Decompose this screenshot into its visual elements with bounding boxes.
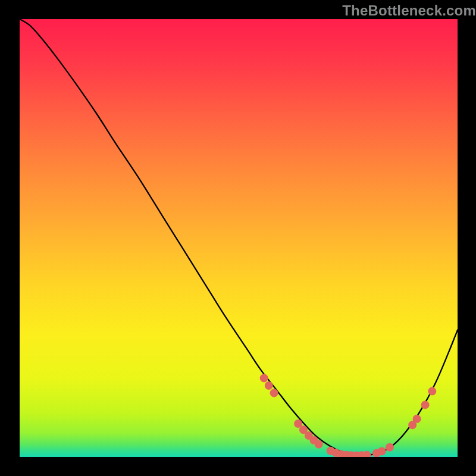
data-marker xyxy=(421,400,430,409)
chart-frame xyxy=(20,19,458,457)
gradient-background xyxy=(20,19,458,457)
data-marker xyxy=(413,415,421,423)
data-marker xyxy=(270,389,278,397)
data-marker xyxy=(428,387,436,396)
attribution-label: TheBottleneck.com xyxy=(342,2,476,19)
data-marker xyxy=(260,374,268,383)
data-marker xyxy=(378,447,386,455)
data-marker xyxy=(315,440,323,449)
data-marker xyxy=(386,443,394,452)
bottleneck-chart xyxy=(20,19,458,457)
data-marker xyxy=(265,381,273,390)
